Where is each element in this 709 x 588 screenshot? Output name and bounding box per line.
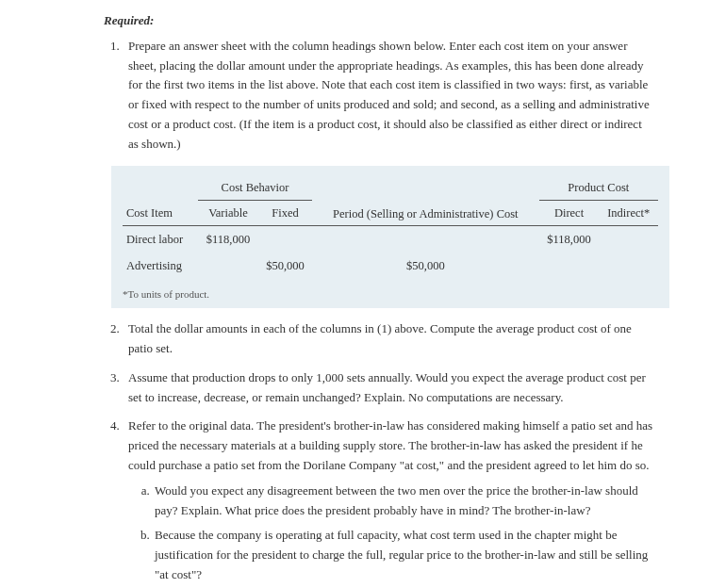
cell-period: $50,000	[312, 253, 538, 279]
cell-period	[312, 225, 538, 253]
question-4b-text: Because the company is operating at full…	[155, 528, 648, 581]
cell-indirect	[600, 225, 659, 253]
header-cost-behavior: Cost Behavior	[198, 175, 312, 201]
header-cost-item: Cost Item	[123, 200, 198, 225]
question-4-text: Refer to the original data. The presiden…	[128, 418, 652, 472]
question-4a: Would you expect any disagreement betwee…	[153, 482, 652, 521]
cost-table: Cost Behavior Period (Selling or Adminis…	[123, 175, 658, 279]
cost-table-wrap: Cost Behavior Period (Selling or Adminis…	[111, 166, 669, 309]
question-1-text: Prepare an answer sheet with the column …	[128, 39, 650, 151]
cell-variable	[198, 253, 258, 279]
cell-fixed: $50,000	[258, 253, 312, 279]
question-3: Assume that production drops to only 1,0…	[123, 368, 652, 408]
question-4b: Because the company is operating at full…	[153, 526, 652, 584]
header-period: Period (Selling or Administrative) Cost	[312, 175, 538, 226]
question-2-text: Total the dollar amounts in each of the …	[128, 321, 632, 355]
cell-item: Advertising	[123, 253, 198, 279]
header-direct: Direct	[539, 200, 600, 225]
table-footnote: *To units of product.	[123, 286, 658, 303]
cell-direct	[539, 253, 600, 279]
spacer	[123, 175, 198, 201]
question-4a-text: Would you expect any disagreement betwee…	[155, 483, 638, 517]
question-list: Prepare an answer sheet with the column …	[123, 37, 652, 585]
question-3-text: Assume that production drops to only 1,0…	[128, 370, 646, 404]
header-indirect: Indirect*	[600, 200, 659, 225]
header-product-cost: Product Cost	[539, 175, 658, 201]
header-fixed: Fixed	[258, 200, 312, 225]
cell-indirect	[600, 253, 659, 279]
question-2: Total the dollar amounts in each of the …	[123, 319, 652, 359]
header-variable: Variable	[198, 200, 258, 225]
cell-item: Direct labor	[123, 225, 198, 253]
cell-direct: $118,000	[539, 225, 600, 253]
table-row: Advertising $50,000 $50,000	[123, 253, 658, 279]
question-1: Prepare an answer sheet with the column …	[123, 37, 652, 308]
cell-variable: $118,000	[198, 225, 258, 253]
required-heading: Required:	[104, 11, 652, 31]
question-4-sublist: Would you expect any disagreement betwee…	[153, 482, 652, 585]
table-row: Direct labor $118,000 $118,000	[123, 225, 658, 253]
question-4: Refer to the original data. The presiden…	[123, 416, 652, 584]
cell-fixed	[258, 225, 312, 253]
